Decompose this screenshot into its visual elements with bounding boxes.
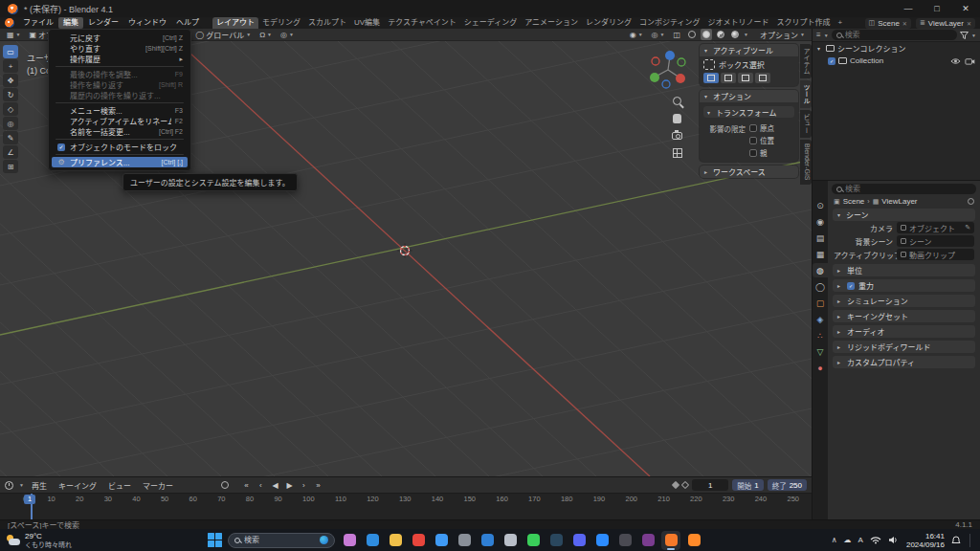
workspace-tab[interactable]: レンダリング [582,17,635,29]
tool-button[interactable]: ⊞ [3,160,18,173]
edit-icon[interactable] [965,224,970,231]
checkbox[interactable] [749,149,757,157]
taskbar-app[interactable] [432,531,451,550]
workspace-tab[interactable]: UV編集 [350,17,384,29]
properties-search[interactable] [832,184,976,194]
pan-icon[interactable] [673,114,681,123]
tool-button[interactable]: ✥ [3,74,18,87]
checkbox[interactable] [749,124,757,132]
scene-section-header[interactable]: シーン [833,209,975,221]
delete-keyframe-icon[interactable] [681,481,689,489]
menu-item[interactable] [56,66,184,67]
taskbar-clock[interactable]: 16:41 2024/09/16 [906,532,945,549]
maximize-button[interactable]: □ [923,0,951,17]
properties-tab[interactable]: ▦ [813,247,828,261]
select-mode-button[interactable] [703,73,719,83]
current-frame-field[interactable]: 1 [692,479,728,491]
workspace-tab[interactable]: アニメーション [521,17,582,29]
timeline-ruler[interactable]: 0102030405060708090100110120130140150160… [0,494,812,519]
transform-subpanel-header[interactable]: トランスフォーム [703,106,794,118]
pin-icon[interactable] [968,198,974,205]
camera-icon[interactable] [965,57,975,65]
taskbar-app[interactable] [523,531,543,550]
taskbar-search-input[interactable] [244,536,305,544]
tool-button[interactable]: ◎ [3,117,18,130]
scene-unlink-icon[interactable]: ✕ [902,20,907,27]
options-header[interactable]: オプション [700,90,798,102]
collection-row[interactable]: Collection [813,55,980,67]
zoom-icon[interactable] [673,97,681,105]
tray-chevron-icon[interactable]: ∧ [832,536,837,544]
orientation-selector[interactable]: ◯グローバル [192,30,254,40]
properties-tab[interactable]: ◉ [813,214,828,229]
playback-button[interactable]: › [298,480,310,491]
taskbar-app[interactable] [661,531,680,550]
collection-exclude-checkbox[interactable] [828,57,835,65]
timeline-menu[interactable]: マーカー [141,480,175,491]
weather-widget[interactable]: 29°C くもり時々晴れ [6,532,149,549]
taskbar-app[interactable] [501,531,520,550]
properties-tab[interactable]: ● [813,361,828,375]
properties-section-header[interactable]: 単位 [833,264,975,276]
gravity-checkbox[interactable] [847,282,855,290]
chevron-down-icon[interactable] [824,33,829,38]
viewlayer-remove-icon[interactable]: ✕ [967,20,971,27]
properties-tab[interactable]: ⊙ [813,198,828,212]
close-button[interactable]: ✕ [951,0,980,17]
taskbar-app[interactable] [615,531,635,550]
menu-item[interactable]: プリファレンス... [Ctrl] [,] [52,157,188,167]
active-tool-row[interactable]: ボックス選択 [703,59,794,70]
filter-icon[interactable] [960,32,969,39]
ime-indicator[interactable]: A [858,536,863,544]
show-desktop-button[interactable] [969,534,970,547]
datablock-field[interactable]: 動画クリップ [897,249,974,260]
proportional-edit-toggle[interactable]: ◎ [278,30,297,40]
select-mode-button[interactable] [755,73,770,83]
breadcrumb-viewlayer[interactable]: ViewLayer [881,197,917,206]
workspace-tab[interactable]: + [834,17,846,29]
taskbar-app[interactable] [455,531,474,550]
ortho-toggle-icon[interactable] [673,148,682,158]
playback-button[interactable]: ‹ [255,480,267,491]
sidebar-tab[interactable]: Blender-GIS [800,140,812,185]
insert-keyframe-icon[interactable] [672,481,679,489]
taskbar-app[interactable] [363,531,382,550]
workspace-tab[interactable]: テクスチャペイント [384,17,460,29]
frame-end-field[interactable]: 終了 250 [768,479,807,491]
chevron-down-icon[interactable] [19,482,24,488]
properties-tab[interactable]: ▢ [813,296,828,310]
properties-tab[interactable]: ◈ [813,312,828,326]
properties-section-header[interactable]: カスタムプロパティ [833,356,975,368]
sidebar-tab[interactable]: ビュー [800,110,812,138]
timeline-menu[interactable]: ビュー [106,480,133,491]
volume-icon[interactable] [888,536,900,544]
shading-rendered-button[interactable] [729,29,741,40]
tool-button[interactable]: ✎ [3,131,18,144]
menu-item[interactable]: アクティブアイテムをリネーム... F2 [52,116,188,126]
shading-solid-button[interactable] [701,29,712,40]
menu-item[interactable]: 履歴内の操作を繰り返す... [52,90,188,100]
taskbar-app[interactable] [340,531,359,550]
properties-tab[interactable]: ∴ [813,328,828,342]
select-mode-button[interactable] [738,73,753,83]
eye-icon[interactable] [950,57,961,65]
taskbar-app[interactable] [409,531,428,550]
menu-item[interactable] [56,102,184,103]
timeline-menu[interactable]: キーイング [56,480,99,491]
outliner-search-input[interactable] [845,31,952,39]
camera-view-icon[interactable] [672,132,682,140]
properties-section-header[interactable]: リジッドボディワールド [833,341,975,353]
sidebar-tab[interactable]: ツール [800,80,812,108]
taskbar-app[interactable] [684,531,703,550]
editor-type-button[interactable]: ▦ [4,30,24,40]
blender-menu-icon[interactable] [5,18,14,28]
viewlayer-selector[interactable]: ≣ ViewLayer ✕ [916,18,975,29]
menu-button[interactable]: ヘルプ [171,17,204,29]
taskbar-app[interactable] [546,531,566,550]
menu-item[interactable]: 元に戻す [Ctrl] Z [52,33,188,43]
snap-toggle[interactable]: Ω [256,30,275,40]
tool-button[interactable]: ∠ [3,145,18,159]
taskbar-app[interactable] [478,531,497,550]
datablock-field[interactable]: オブジェクト [897,222,974,233]
menu-button[interactable]: 編集 [58,17,83,29]
